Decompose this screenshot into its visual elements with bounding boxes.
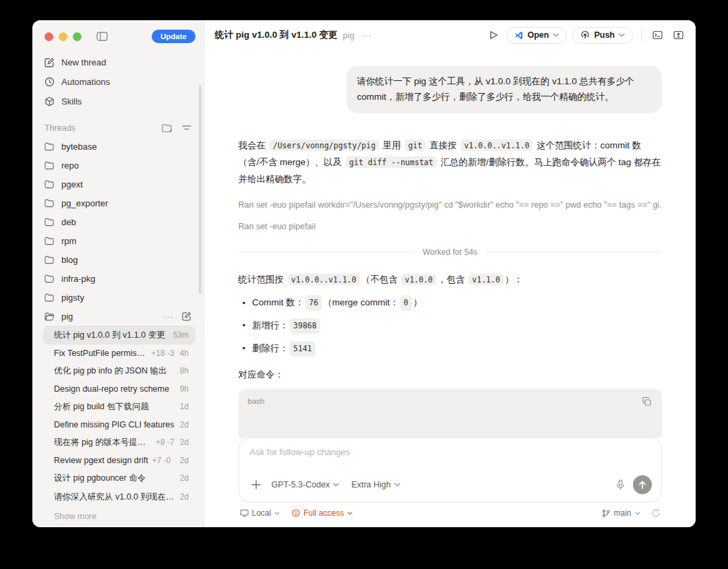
new-thread-button[interactable]: New thread [32, 53, 204, 72]
folder-item[interactable]: blog [32, 250, 204, 269]
environment-selector[interactable]: Local [240, 508, 280, 518]
access-label: Full access [303, 508, 344, 518]
filter-icon[interactable] [182, 123, 191, 133]
attach-button[interactable] [250, 479, 262, 491]
thread-diff-stat: +8 -7 [156, 438, 175, 447]
display-icon [240, 509, 249, 517]
new-folder-icon[interactable] [162, 123, 173, 133]
open-button[interactable]: Open [506, 27, 567, 44]
effort-selector[interactable]: Extra High [351, 480, 400, 489]
sidebar-toggle-icon[interactable] [96, 32, 108, 41]
thread-time: 2d [175, 492, 189, 502]
code-language-label: bash [248, 397, 265, 405]
thread-item[interactable]: 统计 pig v1.0.0 到 v1.1.0 变更 53m [43, 326, 195, 345]
thread-item[interactable]: Review pgext design drift +7 -0 2d [43, 452, 195, 469]
access-selector[interactable]: Full access [292, 508, 353, 518]
command-intro: 对应命令： [239, 369, 662, 381]
thread-item[interactable]: Define missing PIG CLI features 2d [43, 416, 195, 433]
settings-button[interactable]: Settings [32, 527, 204, 527]
folder-item[interactable]: pgext [32, 175, 204, 193]
thread-title: 请你深入研究从 v1.0.0 到现在的... [54, 491, 175, 503]
stat-item-deletions: 删除行：5141 [239, 341, 662, 357]
folder-item[interactable]: rpm [32, 231, 204, 250]
export-button[interactable] [671, 28, 686, 42]
push-button[interactable]: Push [572, 27, 633, 44]
thread-time: 8h [175, 366, 189, 376]
push-upload-icon [580, 30, 590, 40]
thread-item[interactable]: 现在将 pig 的版本号提升... +8 -7 2d [43, 433, 195, 452]
folder-menu-icon[interactable]: ··· [163, 311, 174, 322]
threads-header: Threads [32, 111, 204, 137]
thread-title: Define missing PIG CLI features [54, 420, 175, 429]
worked-divider[interactable]: Worked for 54s [239, 247, 662, 257]
page-title: 统计 pig v1.0.0 到 v1.1.0 变更 [215, 29, 338, 41]
copy-icon [642, 397, 651, 406]
plus-icon [251, 480, 261, 489]
folder-item[interactable]: infra-pkg [32, 269, 204, 288]
folder-label: pg_exporter [61, 198, 108, 208]
thread-title: 统计 pig v1.0.0 到 v1.1.0 变更 [54, 330, 165, 341]
window-controls [44, 32, 82, 41]
terminal-icon [653, 30, 663, 40]
thread-title: 设计 pig pgbouncer 命令 [54, 473, 146, 484]
zoom-window-button[interactable] [73, 32, 82, 41]
thread-time: 53m [168, 330, 189, 340]
minimize-window-button[interactable] [59, 32, 67, 41]
thread-item[interactable]: 优化 pig pb info 的 JSON 输出 8h [43, 361, 195, 380]
folder-item[interactable]: pg_exporter [32, 193, 204, 212]
copy-code-button[interactable] [641, 396, 653, 407]
update-button[interactable]: Update [152, 30, 195, 43]
folder-label: infra-pkg [61, 274, 96, 284]
thread-item[interactable]: Fix TestPutFile permiss... +18 -3 4h [43, 345, 195, 361]
worked-label: Worked for 54s [423, 247, 477, 257]
folder-item[interactable]: repo [32, 156, 204, 175]
ran-command-line[interactable]: Ran set -euo pipefail workdir="/Users/vo… [239, 200, 662, 210]
thread-time: 2d [175, 456, 189, 465]
nav-item-label: Automations [61, 77, 110, 87]
folder-list: bytebase repo pgext pg_exporter deb rpm [32, 137, 204, 326]
close-window-button[interactable] [44, 32, 53, 41]
cube-icon [44, 96, 55, 107]
overflow-menu-icon[interactable]: ··· [361, 30, 372, 40]
model-selector[interactable]: GPT-5.3-Codex [272, 480, 340, 489]
thread-time: 9h [175, 384, 189, 394]
export-icon [673, 30, 684, 40]
sidebar-scrollbar[interactable] [199, 85, 202, 294]
status-bar: Local Full access [239, 502, 662, 519]
message-input[interactable] [250, 447, 652, 470]
thread-item[interactable]: Design dual-repo retry scheme 9h [43, 380, 195, 397]
thread-item[interactable]: 请你深入研究从 v1.0.0 到现在的... 2d [43, 487, 195, 506]
compose-icon[interactable] [182, 311, 191, 321]
ran-command-line[interactable]: Ran set -euo pipefail [239, 222, 662, 231]
thread-time: 2d [175, 420, 189, 429]
send-button[interactable] [633, 475, 652, 494]
thread-title: Review pgext design drift [54, 456, 148, 465]
app-window: Update New thread Automations [32, 20, 696, 527]
branch-selector[interactable]: main [602, 508, 640, 518]
thread-title: Fix TestPutFile permiss... [54, 349, 147, 358]
show-more-button[interactable]: Show more [32, 506, 204, 527]
run-button[interactable] [487, 28, 501, 42]
thread-time: 4h [175, 349, 189, 358]
skills-button[interactable]: Skills [32, 92, 204, 111]
divider [485, 251, 661, 252]
dictate-button[interactable] [616, 479, 625, 490]
folder-item[interactable]: bytebase [32, 137, 204, 156]
folder-item[interactable]: pigsty [32, 288, 204, 307]
thread-title: 现在将 pig 的版本号提升... [54, 437, 152, 448]
composer: GPT-5.3-Codex Extra High [239, 438, 662, 502]
folder-label: pigsty [61, 293, 84, 303]
thread-time: 2d [175, 438, 189, 447]
chat-area[interactable]: 请你统计一下 pig 这个工具，从 v1.0.0 到现在的 v1.1.0 总共有… [204, 50, 696, 438]
folder-label: pgext [61, 179, 83, 189]
automations-button[interactable]: Automations [32, 72, 204, 92]
thread-time: 2d [175, 473, 189, 483]
sync-icon[interactable] [651, 508, 661, 518]
thread-item[interactable]: 设计 pig pgbouncer 命令 2d [43, 469, 195, 487]
thread-item[interactable]: 分析 pig build 包下载问题 1d [43, 397, 195, 416]
folder-label: rpm [61, 236, 76, 246]
folder-label: blog [61, 255, 78, 265]
folder-item[interactable]: deb [32, 212, 204, 231]
folder-item-pig-open[interactable]: pig ··· [32, 307, 204, 326]
terminal-button[interactable] [650, 28, 665, 42]
